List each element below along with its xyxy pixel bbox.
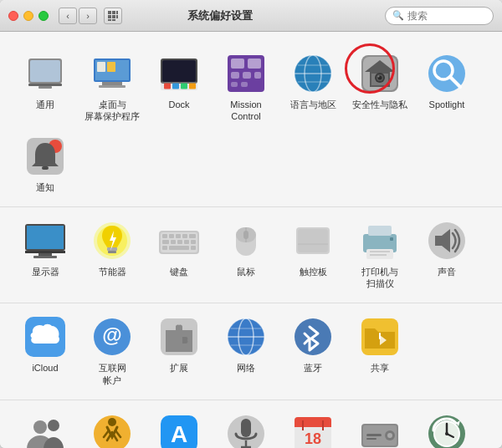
- svg-rect-14: [102, 82, 122, 85]
- pref-notifications[interactable]: 通知: [13, 130, 77, 196]
- pref-keyboard[interactable]: 键盘: [147, 214, 211, 293]
- security-icon: [358, 52, 402, 95]
- mouse-icon: [224, 219, 268, 262]
- svg-text:18: 18: [305, 430, 321, 447]
- minimize-button[interactable]: [23, 11, 33, 21]
- svg-point-47: [378, 76, 380, 78]
- pref-dock[interactable]: Dock: [147, 47, 211, 126]
- svg-rect-70: [189, 234, 196, 238]
- svg-rect-66: [162, 234, 167, 238]
- search-box[interactable]: 🔍: [385, 7, 494, 25]
- section-personal-grid: 通用 桌面与 屏幕: [13, 47, 489, 196]
- titlebar: ‹ › 系统偏好设置 🔍: [0, 0, 502, 32]
- svg-rect-53: [42, 166, 49, 170]
- pref-icloud[interactable]: iCloud: [13, 310, 77, 389]
- keyboard-icon: [157, 219, 201, 262]
- energy-icon: [90, 219, 134, 262]
- desktop-label: 桌面与 屏幕保护程序: [85, 99, 140, 123]
- pref-timemachine[interactable]: Time Machine: [415, 407, 479, 448]
- datetime-icon: 18: [291, 412, 335, 448]
- section-hardware-grid: 显示器: [13, 214, 489, 293]
- sharing-label: 共享: [371, 362, 389, 374]
- general-icon: [23, 52, 67, 95]
- svg-rect-91: [390, 237, 393, 241]
- svg-rect-55: [27, 226, 64, 249]
- notifications-icon: [23, 135, 67, 178]
- svg-point-131: [387, 433, 392, 438]
- spotlight-label: Spotlight: [429, 99, 465, 110]
- language-icon: [291, 52, 335, 95]
- svg-rect-57: [38, 253, 52, 256]
- preferences-content: 通用 桌面与 屏幕: [0, 32, 502, 448]
- pref-sharing[interactable]: 共享: [348, 310, 412, 389]
- pref-users[interactable]: 用户与群组: [13, 407, 77, 448]
- pref-trackpad[interactable]: 触控板: [281, 214, 345, 293]
- pref-general[interactable]: 通用: [13, 47, 77, 126]
- svg-text:A: A: [171, 421, 187, 447]
- bluetooth-label: 蓝牙: [304, 362, 322, 374]
- svg-rect-119: [241, 419, 251, 437]
- printer-icon: [358, 219, 402, 262]
- pref-language[interactable]: 语言与地区: [281, 47, 345, 126]
- pref-security[interactable]: 安全性与隐私: [348, 47, 412, 126]
- svg-point-111: [108, 418, 116, 426]
- close-button[interactable]: [8, 11, 18, 21]
- language-label: 语言与地区: [290, 99, 336, 110]
- svg-rect-71: [162, 240, 169, 244]
- section-hardware: 显示器: [0, 207, 502, 304]
- svg-point-139: [445, 432, 448, 435]
- trackpad-icon: [291, 219, 335, 262]
- mouse-label: 鼠标: [237, 266, 255, 277]
- pref-sound[interactable]: 声音: [415, 214, 479, 293]
- svg-rect-30: [254, 72, 261, 79]
- pref-displays[interactable]: 显示器: [13, 214, 77, 293]
- general-label: 通用: [36, 99, 54, 110]
- extensions-label: 扩展: [170, 362, 188, 374]
- svg-rect-58: [33, 256, 57, 258]
- svg-rect-24: [189, 84, 196, 89]
- svg-rect-31: [231, 82, 238, 87]
- pref-startup[interactable]: 启动磁盘: [348, 407, 412, 448]
- pref-energy[interactable]: 节能器: [80, 214, 144, 293]
- internet-label: 互联网 帐户: [99, 362, 126, 386]
- pref-desktop[interactable]: 桌面与 屏幕保护程序: [80, 47, 144, 126]
- pref-mouse[interactable]: 鼠标: [214, 214, 278, 293]
- svg-text:@: @: [102, 323, 121, 346]
- svg-rect-76: [169, 246, 189, 250]
- svg-rect-78: [191, 246, 196, 250]
- search-input[interactable]: [407, 10, 486, 22]
- svg-rect-23: [181, 84, 187, 89]
- pref-network[interactable]: 网络: [214, 310, 278, 389]
- section-personal: 通用 桌面与 屏幕: [0, 40, 502, 207]
- pref-bluetooth[interactable]: 蓝牙: [281, 310, 345, 389]
- system-preferences-window: ‹ › 系统偏好设置 🔍: [0, 0, 502, 448]
- svg-rect-9: [30, 60, 60, 82]
- desktop-icon: [90, 52, 134, 95]
- maximize-button[interactable]: [38, 11, 49, 21]
- pref-parental[interactable]: 家长控制: [80, 407, 144, 448]
- svg-rect-56: [25, 251, 65, 253]
- pref-datetime[interactable]: 18 日期与时间: [281, 407, 345, 448]
- svg-rect-11: [38, 86, 52, 89]
- pref-dictation[interactable]: 听写与语音: [214, 407, 278, 448]
- pref-spotlight[interactable]: Spotlight: [415, 47, 479, 126]
- pref-extensions[interactable]: 扩展: [147, 310, 211, 389]
- pref-mission[interactable]: Mission Control: [214, 47, 278, 126]
- section-internet: iCloud @ 互联网 帐户: [0, 303, 502, 400]
- svg-point-108: [33, 420, 47, 434]
- extensions-icon: [157, 315, 201, 359]
- pref-printer[interactable]: 打印机与 扫描仪: [348, 214, 412, 293]
- section-system: 用户与群组: [0, 400, 502, 448]
- traffic-lights: [8, 11, 49, 21]
- pref-appstore[interactable]: A App Store: [147, 407, 211, 448]
- parental-icon: [90, 412, 134, 448]
- sound-label: 声音: [438, 266, 456, 277]
- svg-rect-133: [366, 438, 376, 440]
- mission-icon: [224, 52, 268, 95]
- section-internet-grid: iCloud @ 互联网 帐户: [13, 310, 489, 389]
- pref-internet[interactable]: @ 互联网 帐户: [80, 310, 144, 389]
- svg-rect-73: [177, 240, 182, 244]
- sharing-icon: [358, 315, 402, 359]
- icloud-icon: [23, 315, 67, 359]
- svg-rect-72: [171, 240, 176, 244]
